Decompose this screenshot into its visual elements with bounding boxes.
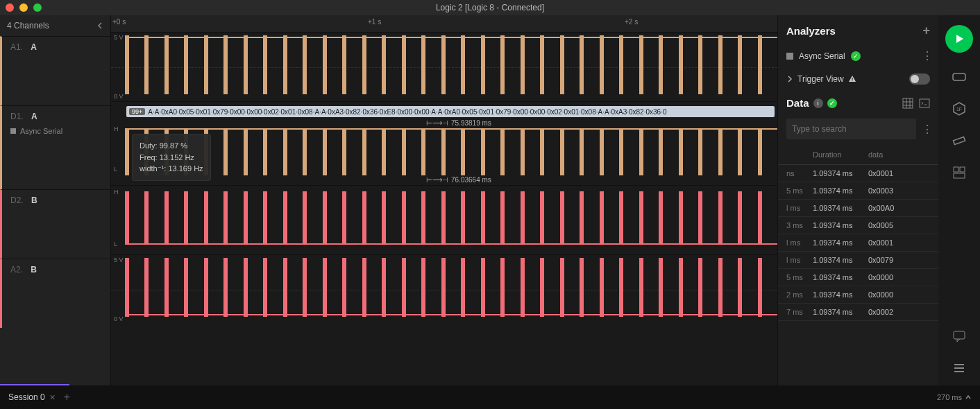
check-icon: ✓ (827, 98, 837, 108)
right-panel: Analyzers + Async Serial ✓ ⋮ Trigger Vie… (777, 15, 938, 385)
data-search-input[interactable] (786, 119, 916, 139)
channel-header[interactable]: 4 Channels (0, 15, 110, 36)
waveform-d2[interactable]: H L (111, 185, 777, 254)
chevron-up-icon (965, 394, 972, 401)
cell-duration: 1.09374 ms (813, 186, 868, 195)
cell-data: 0x0001 (868, 169, 930, 177)
cell-duration: 1.09374 ms (813, 169, 868, 177)
col-head-a (786, 150, 813, 159)
trigger-view-row[interactable]: Trigger View (778, 68, 938, 90)
zoom-value: 270 ms (937, 393, 962, 401)
y-label: 5 V (114, 34, 124, 41)
decode-text: A·A·0xA0·0x05·0x01·0x79·0x00·0x00·0x02·0… (148, 108, 666, 116)
channel-count-label: 4 Channels (7, 21, 49, 31)
data-search-row: ⋮ (778, 113, 938, 145)
channel-name: A (31, 42, 37, 52)
table-row[interactable]: l ms1.09374 ms0x0001 (778, 234, 938, 252)
channel-index: D1. (10, 112, 24, 121)
table-view-icon[interactable] (902, 98, 913, 109)
cell-time: l ms (786, 204, 813, 212)
check-icon: ✓ (851, 51, 861, 61)
chevron-right-icon (786, 76, 793, 82)
cell-time: l ms (786, 238, 813, 247)
channel-name: B (31, 265, 37, 275)
channel-row-d1[interactable]: D1. A Async Serial (0, 105, 110, 189)
cell-duration: 1.09374 ms (813, 290, 868, 299)
table-row[interactable]: 3 ms1.09374 ms0x0005 (778, 217, 938, 234)
tooltip-freq: Freq: 13.152 Hz (140, 152, 203, 164)
capture-button[interactable] (945, 25, 973, 53)
y-label: 0 V (114, 315, 124, 322)
svg-text:1F: 1F (956, 107, 962, 112)
waveform-a2[interactable]: 5 V 0 V (111, 254, 777, 324)
channel-name: B (31, 195, 37, 205)
cell-duration: 1.09374 ms (813, 256, 868, 264)
y-label: H (114, 189, 119, 195)
channel-row-d2[interactable]: D2. B (0, 189, 110, 259)
info-icon[interactable]: i (813, 98, 823, 108)
cell-time: 3 ms (786, 221, 813, 229)
channel-name: A (31, 112, 37, 121)
chat-icon[interactable] (952, 329, 967, 344)
svg-rect-0 (852, 78, 852, 80)
data-header: Data i ✓ (778, 90, 938, 113)
measurement-bottom: ⊢⟶⊣ 76.03664 ms (423, 176, 491, 184)
table-row[interactable]: ns1.09374 ms0x0001 (778, 165, 938, 182)
time-ruler[interactable]: +0 s +1 s +2 s (111, 15, 777, 32)
cell-duration: 1.09374 ms (813, 221, 868, 229)
cell-time: 5 ms (786, 273, 813, 281)
cell-duration: 1.09374 ms (813, 238, 868, 247)
table-row[interactable]: 5 ms1.09374 ms0x0000 (778, 269, 938, 286)
layout-icon[interactable] (952, 165, 967, 180)
terminal-view-icon[interactable] (919, 98, 930, 109)
table-row[interactable]: 2 ms1.09374 ms0x0000 (778, 286, 938, 304)
analyzer-label: Async Serial (799, 51, 845, 61)
right-rail: 1F (938, 15, 980, 385)
svg-rect-11 (953, 137, 965, 144)
play-icon (954, 33, 965, 44)
svg-rect-13 (960, 167, 965, 172)
add-analyzer-button[interactable]: + (922, 24, 930, 38)
data-menu-button[interactable]: ⋮ (922, 123, 930, 136)
y-label: 0 V (114, 93, 124, 100)
waveform-d1[interactable]: 99+ A·A·0xA0·0x05·0x01·0x79·0x00·0x00·0x… (111, 101, 777, 185)
channel-sidebar: 4 Channels A1. A D1. A Async Serial D2. … (0, 15, 111, 385)
cell-data: 0x0001 (868, 238, 930, 247)
square-icon (786, 53, 793, 60)
add-session-button[interactable]: + (64, 391, 70, 403)
device-icon[interactable] (952, 69, 967, 85)
zoom-indicator[interactable]: 270 ms (937, 393, 972, 401)
cell-data: 0x0002 (868, 308, 930, 316)
close-tab-icon[interactable]: ✕ (49, 393, 56, 402)
analyzers-title: Analyzers (786, 25, 836, 37)
session-label: Session 0 (8, 392, 45, 402)
table-row[interactable]: 5 ms1.09374 ms0x0003 (778, 182, 938, 200)
cell-time: l ms (786, 256, 813, 264)
cell-duration: 1.09374 ms (813, 308, 868, 316)
cell-time: ns (786, 169, 813, 177)
time-tick: +1 s (368, 18, 381, 26)
data-table[interactable]: Duration data ns1.09374 ms0x00015 ms1.09… (778, 145, 938, 385)
channel-row-a1[interactable]: A1. A (0, 36, 110, 105)
analyzer-menu-button[interactable]: ⋮ (922, 49, 930, 62)
trigger-toggle[interactable] (909, 73, 930, 85)
y-label: L (114, 241, 117, 247)
decode-strip[interactable]: 99+ A·A·0xA0·0x05·0x01·0x79·0x00·0x00·0x… (126, 106, 775, 117)
measurement-value: 76.03664 ms (451, 176, 491, 184)
cell-duration: 1.09374 ms (813, 204, 868, 212)
table-row[interactable]: l ms1.09374 ms0x0079 (778, 252, 938, 269)
hex-icon[interactable]: 1F (952, 101, 967, 116)
warning-icon (848, 75, 856, 83)
channel-row-a2[interactable]: A2. B (0, 259, 110, 328)
cell-duration: 1.09374 ms (813, 273, 868, 281)
table-row[interactable]: 7 ms1.09374 ms0x0002 (778, 304, 938, 321)
menu-icon[interactable] (952, 360, 967, 376)
decode-overflow-badge: 99+ (129, 108, 145, 115)
waveform-a1[interactable]: 5 V 0 V (111, 32, 777, 101)
ruler-icon[interactable] (952, 133, 967, 148)
waveform-viewport[interactable]: +0 s +1 s +2 s 5 V 0 V 99+ A·A·0xA0·0x05… (111, 15, 777, 385)
table-row[interactable]: l ms1.09374 ms0x00A0 (778, 200, 938, 217)
analyzers-header: Analyzers + (778, 15, 938, 44)
session-tab[interactable]: Session 0 ✕ (8, 392, 56, 402)
analyzer-item[interactable]: Async Serial ✓ ⋮ (778, 44, 938, 68)
